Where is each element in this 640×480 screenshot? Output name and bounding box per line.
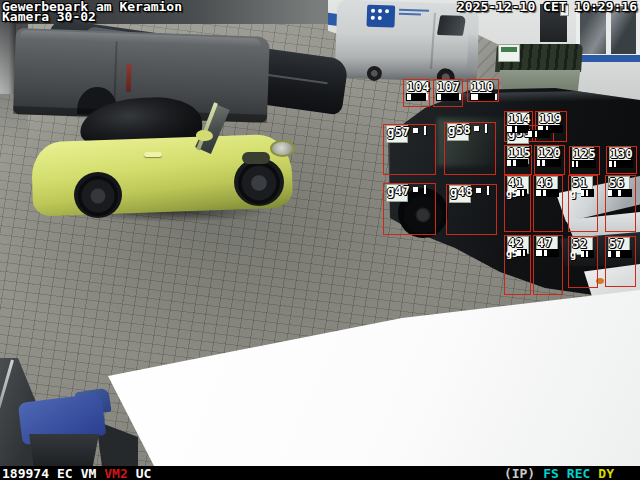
detection-box-46: 46 bbox=[533, 175, 563, 232]
status-flag-ip: (IP) bbox=[504, 466, 535, 480]
occluded-sublabel: g bbox=[570, 250, 576, 260]
bar-tick bbox=[426, 94, 428, 100]
detection-marker-square bbox=[474, 126, 479, 131]
bar-tick bbox=[544, 250, 547, 256]
bar-tick bbox=[515, 126, 517, 132]
occluded-sublabel: g bbox=[570, 189, 576, 199]
bar-tick bbox=[536, 250, 542, 256]
detection-overlay-layer: 104107110g57g58g47g48114119g591151201251… bbox=[0, 0, 640, 480]
status-flag-dy: DY bbox=[598, 466, 614, 480]
bar-tick bbox=[536, 190, 541, 196]
detection-box-g58: g58 bbox=[444, 122, 496, 175]
status-bar-right: (IP)FSRECDY bbox=[504, 468, 614, 479]
bar-tick bbox=[581, 190, 584, 196]
bar-tick bbox=[513, 160, 516, 166]
bar-tick bbox=[517, 190, 520, 196]
detection-box-115: 115 bbox=[504, 145, 532, 175]
osd-timestamp: 2025-12-10 CET 10:29:16 bbox=[457, 1, 637, 12]
status-bar-left: 189974ECVMVM2UC bbox=[2, 468, 151, 479]
detection-box-42: 42g5 bbox=[504, 235, 531, 295]
detection-marker-line bbox=[424, 126, 426, 135]
bar-tick bbox=[614, 161, 616, 167]
occupancy-bar bbox=[470, 93, 495, 101]
detection-box-g57: g57 bbox=[383, 124, 436, 175]
detection-box-56: 56 bbox=[605, 175, 636, 232]
occupancy-bar bbox=[609, 160, 633, 168]
detection-box-g48: g48 bbox=[446, 184, 497, 235]
bar-tick bbox=[608, 251, 611, 257]
status-flag-rec: REC bbox=[567, 466, 590, 480]
occupancy-bar bbox=[507, 125, 529, 133]
status-flag-fs: FS bbox=[543, 466, 559, 480]
occupancy-bar bbox=[608, 250, 632, 258]
bar-tick bbox=[437, 94, 441, 100]
detection-marker-line bbox=[485, 124, 487, 133]
status-flag-vm2: VM2 bbox=[104, 466, 127, 480]
bar-tick bbox=[517, 250, 521, 256]
occupancy-bar bbox=[537, 159, 561, 167]
occupancy-bar bbox=[436, 93, 459, 101]
bar-tick bbox=[507, 126, 512, 132]
detection-box-51: 51g bbox=[568, 175, 598, 232]
bar-tick bbox=[459, 94, 461, 100]
bar-tick bbox=[576, 161, 578, 167]
bar-tick bbox=[586, 251, 588, 257]
occupancy-bar bbox=[581, 250, 594, 258]
detection-box-41: 41g5 bbox=[504, 175, 531, 232]
detection-marker-line bbox=[487, 186, 489, 195]
status-flag-vm: VM bbox=[81, 466, 97, 480]
occupancy-bar bbox=[507, 159, 528, 167]
bar-tick bbox=[543, 190, 546, 196]
detection-box-110: 110 bbox=[467, 79, 499, 102]
detection-box-125: 125 bbox=[569, 146, 600, 175]
detection-box-label: g57 bbox=[386, 125, 408, 143]
bar-tick bbox=[616, 251, 620, 257]
bar-tick bbox=[609, 161, 612, 167]
detection-box-52: 52g bbox=[568, 236, 598, 288]
detection-box-120: 120 bbox=[534, 145, 565, 175]
detection-marker-square bbox=[413, 128, 418, 133]
occupancy-bar bbox=[517, 189, 527, 197]
detection-box-47: 47 bbox=[533, 235, 563, 295]
occupancy-bar bbox=[517, 249, 527, 257]
bar-tick bbox=[581, 251, 584, 257]
detection-marker-line bbox=[424, 185, 426, 194]
bar-tick bbox=[407, 94, 411, 100]
detection-box-g47: g47 bbox=[383, 183, 436, 235]
bar-tick bbox=[572, 161, 574, 167]
occupancy-bar bbox=[536, 189, 559, 197]
occupancy-bar bbox=[406, 93, 426, 101]
bar-tick bbox=[608, 190, 612, 196]
occupancy-bar bbox=[536, 249, 559, 257]
detection-box-104: 104 bbox=[403, 79, 430, 107]
bar-tick bbox=[528, 131, 532, 137]
bar-tick bbox=[495, 94, 497, 100]
occupancy-bar bbox=[581, 189, 594, 197]
bar-tick bbox=[535, 131, 537, 137]
osd-camera-name: Kamera 30-02 bbox=[2, 11, 96, 22]
cctv-frame: Gewerbepark am Keramion Kamera 30-02 202… bbox=[0, 0, 640, 480]
bar-tick bbox=[522, 190, 524, 196]
detection-box-label: g58 bbox=[447, 123, 469, 141]
detection-box-130: 130 bbox=[606, 146, 637, 174]
detection-box-107: 107 bbox=[433, 79, 463, 107]
occupancy-bar bbox=[608, 189, 632, 197]
bar-tick bbox=[471, 94, 478, 100]
frame-counter: 189974 bbox=[2, 466, 49, 480]
occupancy-bar bbox=[572, 160, 596, 168]
bar-tick bbox=[618, 190, 621, 196]
detection-marker-square bbox=[413, 187, 418, 192]
occupancy-bar bbox=[528, 130, 550, 138]
bar-tick bbox=[542, 160, 545, 166]
detection-box-57: 57 bbox=[605, 236, 636, 287]
detection-marker-square bbox=[476, 188, 481, 193]
detection-box-label: g47 bbox=[386, 184, 408, 202]
bar-tick bbox=[537, 160, 540, 166]
status-flag-uc: UC bbox=[136, 466, 152, 480]
bar-tick bbox=[507, 160, 511, 166]
bar-tick bbox=[523, 250, 525, 256]
status-flag-ec: EC bbox=[57, 466, 73, 480]
bar-tick bbox=[586, 190, 588, 196]
detection-box-label: g48 bbox=[449, 185, 471, 203]
